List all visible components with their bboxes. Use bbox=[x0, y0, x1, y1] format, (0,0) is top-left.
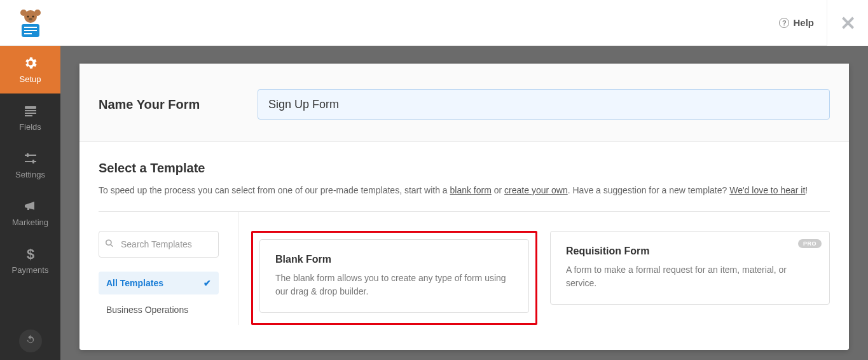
svg-rect-8 bbox=[24, 30, 37, 31]
desc-text: or bbox=[492, 185, 504, 195]
template-desc: A form to make a formal request for an i… bbox=[566, 263, 814, 290]
svg-point-4 bbox=[32, 15, 34, 17]
category-label: All Templates bbox=[106, 278, 163, 288]
svg-point-3 bbox=[27, 15, 29, 17]
category-all-templates[interactable]: All Templates ✔ bbox=[99, 272, 219, 294]
svg-point-2 bbox=[34, 10, 41, 16]
desc-text: ! bbox=[805, 185, 808, 195]
undo-button[interactable] bbox=[19, 329, 42, 352]
blank-form-link[interactable]: blank form bbox=[450, 185, 492, 195]
template-card-requisition-form[interactable]: PRO Requisition Form A form to make a fo… bbox=[550, 231, 830, 305]
close-column: ✕ bbox=[827, 0, 868, 46]
category-label: Business Operations bbox=[106, 305, 188, 315]
form-name-input[interactable] bbox=[258, 89, 830, 120]
desc-text: . Have a suggestion for a new template? bbox=[568, 185, 729, 195]
template-sidebar: All Templates ✔ Business Operations bbox=[99, 212, 238, 325]
template-card-wrap: PRO Requisition Form A form to make a fo… bbox=[550, 231, 830, 325]
category-business-operations[interactable]: Business Operations bbox=[99, 298, 219, 321]
svg-rect-10 bbox=[25, 106, 36, 109]
search-icon bbox=[105, 239, 114, 250]
topbar-right: ? Help bbox=[779, 17, 827, 28]
template-grid: Blank Form The blank form allows you to … bbox=[238, 212, 830, 325]
svg-rect-17 bbox=[32, 160, 34, 163]
template-title: Blank Form bbox=[275, 254, 513, 265]
form-icon bbox=[23, 103, 38, 118]
svg-point-1 bbox=[20, 10, 27, 16]
svg-rect-12 bbox=[25, 113, 36, 114]
nav-settings[interactable]: Settings bbox=[0, 141, 60, 189]
bullhorn-icon bbox=[23, 198, 38, 214]
template-card-blank-form[interactable]: Blank Form The blank form allows you to … bbox=[259, 239, 529, 313]
sidenav: Setup Fields Settings Marketing $ Paymen… bbox=[0, 46, 60, 360]
help-link[interactable]: ? Help bbox=[779, 17, 814, 28]
nav-footer bbox=[0, 322, 60, 360]
wpforms-logo-icon bbox=[15, 8, 46, 38]
template-description: To speed up the process you can select f… bbox=[99, 183, 830, 197]
card-body: Select a Template To speed up the proces… bbox=[79, 142, 849, 344]
nav-label: Fields bbox=[19, 122, 41, 132]
undo-icon bbox=[25, 334, 36, 349]
template-area: All Templates ✔ Business Operations Blan… bbox=[99, 211, 830, 325]
card-header: Name Your Form bbox=[79, 64, 849, 142]
nav-label: Marketing bbox=[12, 218, 48, 227]
check-icon: ✔ bbox=[203, 278, 211, 288]
svg-rect-11 bbox=[25, 110, 36, 111]
svg-rect-14 bbox=[25, 155, 36, 156]
help-icon: ? bbox=[779, 18, 789, 28]
form-name-label: Name Your Form bbox=[99, 97, 232, 112]
svg-rect-13 bbox=[25, 115, 32, 116]
svg-point-19 bbox=[106, 240, 111, 246]
topbar: ? Help bbox=[0, 0, 827, 46]
nav-payments[interactable]: $ Payments bbox=[0, 237, 60, 284]
svg-rect-15 bbox=[25, 161, 36, 162]
svg-rect-16 bbox=[27, 153, 29, 157]
svg-point-5 bbox=[29, 18, 32, 20]
select-template-heading: Select a Template bbox=[99, 161, 830, 176]
nav-marketing[interactable]: Marketing bbox=[0, 189, 60, 237]
template-blank-form-highlight: Blank Form The blank form allows you to … bbox=[251, 231, 537, 325]
nav-label: Setup bbox=[20, 74, 41, 84]
svg-rect-7 bbox=[24, 27, 37, 28]
svg-line-20 bbox=[111, 245, 113, 247]
create-own-link[interactable]: create your own bbox=[504, 185, 568, 195]
template-title: Requisition Form bbox=[566, 246, 814, 257]
gear-icon bbox=[23, 55, 38, 71]
template-desc: The blank form allows you to create any … bbox=[275, 272, 513, 298]
nav-fields[interactable]: Fields bbox=[0, 93, 60, 141]
nav-label: Settings bbox=[15, 170, 45, 179]
svg-rect-9 bbox=[24, 33, 32, 34]
pro-badge: PRO bbox=[798, 239, 822, 248]
setup-card: Name Your Form Select a Template To spee… bbox=[79, 64, 849, 350]
app-logo[interactable] bbox=[0, 0, 60, 46]
help-label: Help bbox=[793, 17, 814, 28]
sliders-icon bbox=[23, 151, 38, 166]
nav-setup[interactable]: Setup bbox=[0, 46, 60, 93]
desc-text: To speed up the process you can select f… bbox=[99, 185, 450, 195]
dollar-icon: $ bbox=[23, 246, 38, 261]
nav-label: Payments bbox=[12, 265, 49, 275]
svg-text:$: $ bbox=[26, 246, 34, 261]
feedback-link[interactable]: We'd love to hear it bbox=[729, 185, 805, 195]
search-wrap bbox=[99, 231, 238, 258]
close-icon[interactable]: ✕ bbox=[840, 12, 856, 34]
search-templates-input[interactable] bbox=[99, 231, 219, 258]
